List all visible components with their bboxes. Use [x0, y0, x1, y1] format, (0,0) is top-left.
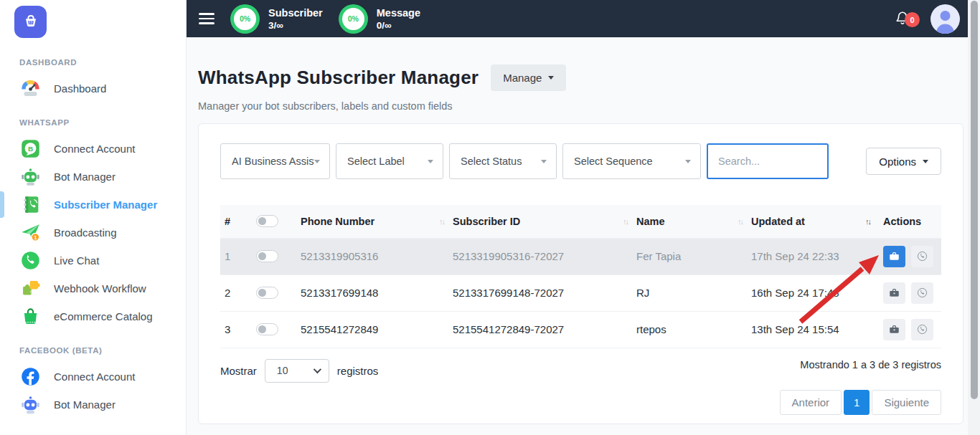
col-phone-number[interactable]: Phone Number↑↓ [296, 205, 448, 238]
records-label: registros [337, 365, 379, 377]
records-summary: Mostrando 1 a 3 de 3 registros [800, 359, 941, 371]
sort-icon[interactable]: ↑↓ [738, 217, 743, 226]
chevron-down-icon [428, 160, 433, 163]
basket-icon [20, 10, 42, 34]
show-label: Mostrar [220, 365, 257, 377]
table-row: 1 5213319905316 5213319905316-72027 Fer … [220, 238, 941, 274]
briefcase-button[interactable] [883, 282, 905, 304]
row-toggle[interactable] [256, 250, 278, 262]
row-toggle[interactable] [256, 323, 278, 335]
sort-icon[interactable]: ↑↓ [623, 217, 628, 226]
message-progress-ring: 0% [339, 4, 368, 34]
briefcase-button[interactable] [883, 319, 905, 340]
table-footer: Mostrar 10 registros Mostrando 1 a 3 de … [220, 359, 941, 415]
sort-icon[interactable]: ↑↓ [865, 217, 870, 226]
sidebar-item-subscriber-manager[interactable]: Subscriber Manager [0, 191, 186, 219]
app-logo[interactable] [14, 6, 47, 38]
pagination: Anterior 1 Siguiente [780, 390, 941, 415]
status-select[interactable]: Select Status [449, 143, 557, 179]
facebook-icon [19, 366, 41, 388]
sidebar-item-connect-account[interactable]: Connect Account [0, 363, 186, 391]
svg-text:B: B [27, 145, 32, 153]
notification-badge: 0 [905, 12, 920, 27]
whatsapp-chat-button[interactable] [911, 282, 933, 304]
table-header-row: # Phone Number↑↓ Subscriber ID↑↓ Name↑↓ … [220, 205, 941, 238]
col-toggle [252, 205, 296, 238]
app-root: DASHBOARD Dashboard WHATSAPP B Connect A… [0, 0, 980, 435]
table-row: 3 5215541272849 5215541272849-72027 rtep… [220, 311, 941, 348]
search-input[interactable] [707, 143, 829, 179]
subscriber-progress-ring: 0% [230, 4, 260, 34]
filter-bar: AI Business Assistan... Select Label Sel… [220, 143, 941, 179]
col-name[interactable]: Name↑↓ [632, 205, 747, 238]
subscriber-card: AI Business Assistan... Select Label Sel… [198, 123, 963, 424]
row-updated-at: 16th Sep 24 17:48 [747, 274, 875, 311]
scrollbar-thumb[interactable] [971, 1, 978, 399]
sidebar-nav: DASHBOARD Dashboard WHATSAPP B Connect A… [0, 42, 186, 419]
whatsapp-chat-button[interactable] [911, 246, 933, 267]
blue-robot-icon [19, 394, 41, 416]
svg-text:1: 1 [34, 234, 37, 241]
sort-icon[interactable]: ↑↓ [439, 217, 444, 226]
table-body: 1 5213319905316 5213319905316-72027 Fer … [220, 238, 941, 348]
row-subscriber-id: 5213319905316-72027 [448, 238, 632, 274]
sidebar-item-dashboard[interactable]: Dashboard [0, 75, 186, 102]
row-number: 3 [220, 311, 252, 348]
chevron-down-icon [314, 160, 320, 163]
user-avatar[interactable] [930, 4, 960, 34]
page-title: WhatsApp Subscriber Manager [198, 67, 479, 89]
sidebar-section: DASHBOARD Dashboard [0, 42, 186, 102]
col-actions: Actions [875, 205, 941, 238]
manage-button[interactable]: Manage [491, 64, 566, 91]
row-subscriber-id: 5215541272849-72027 [448, 311, 632, 348]
row-updated-at: 13th Sep 24 15:54 [747, 311, 875, 348]
paper-plane-icon: 1 [19, 222, 41, 244]
notification-bell-icon[interactable]: 0 [895, 10, 910, 27]
green-robot-icon [19, 166, 41, 188]
pagination-page-1-button[interactable]: 1 [844, 390, 870, 415]
col-updated-at[interactable]: Updated at↑↓ [747, 205, 875, 238]
sidebar-item-webhook-workflow[interactable]: Webhook Workflow [0, 274, 186, 302]
main-content: WhatsApp Subscriber Manager Manage Manag… [187, 37, 968, 435]
chevron-down-icon [314, 365, 321, 373]
page-size-select[interactable]: 10 [265, 359, 329, 383]
sidebar-section-label: DASHBOARD [0, 42, 186, 75]
col-index: # [220, 205, 252, 238]
hamburger-menu-icon[interactable] [199, 10, 215, 27]
select-all-toggle[interactable] [256, 215, 278, 227]
message-stat-count: 0/∞ [377, 20, 420, 31]
col-subscriber-id[interactable]: Subscriber ID↑↓ [448, 205, 632, 238]
sidebar-section: FACEBOOK (BETA) Connect Account Bot Mana… [0, 330, 186, 419]
contact-book-icon [19, 194, 41, 216]
sequence-select[interactable]: Select Sequence [562, 143, 701, 179]
subscriber-stat-count: 3/∞ [268, 20, 323, 31]
whatsapp-chat-button[interactable] [911, 319, 933, 340]
sidebar-item-broadcasting[interactable]: 1 Broadcasting [0, 219, 186, 247]
pagination-next-button[interactable]: Siguiente [872, 390, 941, 415]
options-button[interactable]: Options [866, 148, 941, 175]
chevron-down-icon [685, 160, 691, 163]
message-stat-label: Message [377, 7, 420, 19]
chevron-down-icon [548, 76, 554, 80]
subscriber-stat-label: Subscriber [268, 7, 323, 19]
row-number: 1 [220, 238, 252, 274]
row-name: rtepos [632, 311, 747, 348]
sidebar-item-live-chat[interactable]: Live Chat [0, 247, 186, 274]
label-select[interactable]: Select Label [336, 143, 443, 179]
row-phone: 5213319905316 [296, 238, 448, 274]
vertical-scrollbar [968, 0, 980, 435]
sidebar-item-connect-account[interactable]: B Connect Account [0, 135, 186, 163]
briefcase-button[interactable] [883, 246, 905, 267]
whatsapp-business-icon: B [19, 138, 41, 160]
bot-select[interactable]: AI Business Assistan... [220, 143, 330, 179]
sidebar-section-label: WHATSAPP [0, 102, 186, 135]
sidebar: DASHBOARD Dashboard WHATSAPP B Connect A… [0, 0, 187, 435]
sidebar-item-bot-manager[interactable]: Bot Manager [0, 391, 186, 419]
sidebar-item-ecommerce-catalog[interactable]: eCommerce Catalog [0, 302, 186, 330]
sidebar-item-bot-manager[interactable]: Bot Manager [0, 163, 186, 191]
row-toggle[interactable] [256, 287, 278, 299]
chevron-down-icon [541, 160, 547, 163]
row-name: RJ [632, 274, 747, 311]
pagination-prev-button[interactable]: Anterior [780, 390, 842, 415]
shopping-bag-icon [19, 306, 41, 328]
